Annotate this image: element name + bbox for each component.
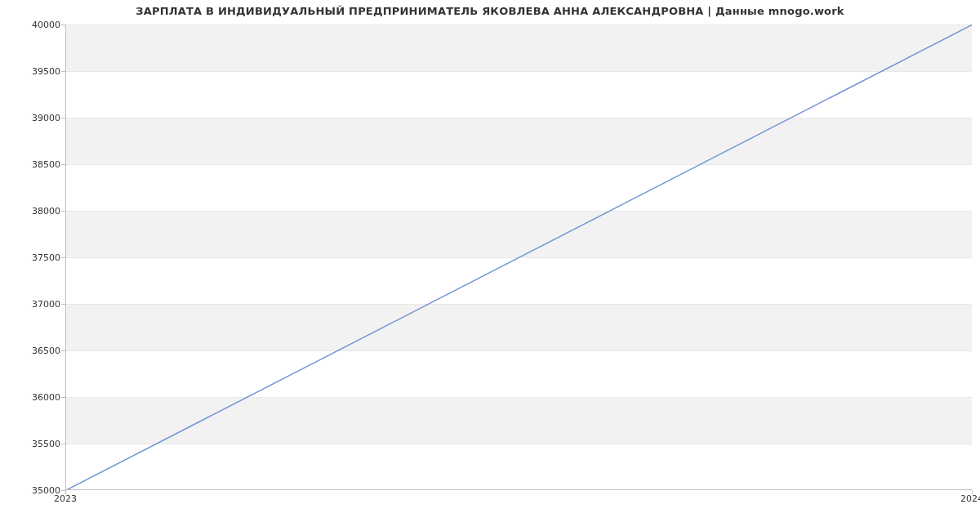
y-tick-label: 37500 [20, 252, 60, 263]
y-tick-label: 39500 [20, 66, 60, 77]
x-tick-mark [65, 490, 66, 494]
chart-container: ЗАРПЛАТА В ИНДИВИДУАЛЬНЫЙ ПРЕДПРИНИМАТЕЛ… [0, 0, 980, 531]
plot-area [65, 25, 972, 490]
y-tick-label: 38000 [20, 206, 60, 216]
y-tick-label: 40000 [20, 20, 60, 30]
y-tick-label: 35500 [20, 439, 60, 449]
chart-title: ЗАРПЛАТА В ИНДИВИДУАЛЬНЫЙ ПРЕДПРИНИМАТЕЛ… [0, 5, 980, 17]
salary-line [66, 25, 972, 490]
x-tick-label: 2024 [960, 493, 980, 504]
y-tick-label: 38500 [20, 159, 60, 170]
x-tick-mark [972, 490, 973, 494]
x-tick-label: 2023 [54, 493, 77, 504]
line-series [66, 25, 972, 490]
y-tick-label: 37000 [20, 299, 60, 310]
y-tick-label: 36000 [20, 392, 60, 403]
y-tick-label: 36500 [20, 346, 60, 356]
y-tick-label: 39000 [20, 113, 60, 123]
